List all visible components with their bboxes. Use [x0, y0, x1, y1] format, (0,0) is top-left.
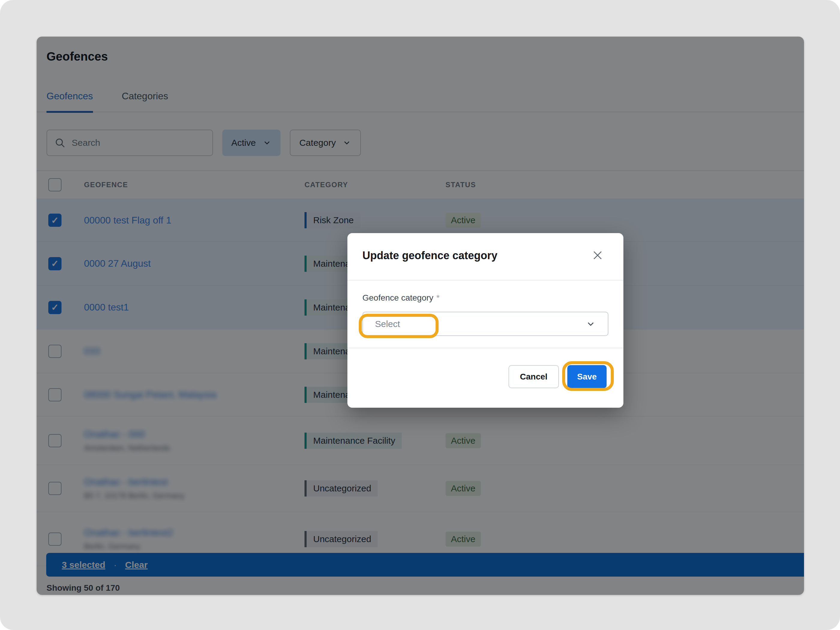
required-asterisk: *	[436, 293, 440, 302]
geofences-app-card: Geofences Geofences Categories Active Ca…	[36, 36, 804, 595]
close-icon	[591, 249, 604, 262]
category-select[interactable]: Select	[362, 312, 608, 336]
modal-actions: Cancel Save	[508, 365, 606, 388]
geofence-category-label: Geofence category*	[362, 293, 440, 303]
save-button[interactable]: Save	[567, 365, 606, 388]
modal-close-button[interactable]	[590, 248, 605, 263]
page-background: Geofences Geofences Categories Active Ca…	[0, 0, 840, 630]
update-geofence-category-modal: Update geofence category Geofence catego…	[347, 233, 624, 408]
field-label-text: Geofence category	[362, 293, 434, 302]
modal-footer-divider	[347, 348, 624, 348]
modal-title: Update geofence category	[362, 249, 497, 262]
chevron-down-icon	[586, 319, 596, 329]
cancel-button[interactable]: Cancel	[508, 365, 559, 388]
modal-header-divider	[347, 280, 624, 281]
select-placeholder: Select	[375, 319, 586, 329]
